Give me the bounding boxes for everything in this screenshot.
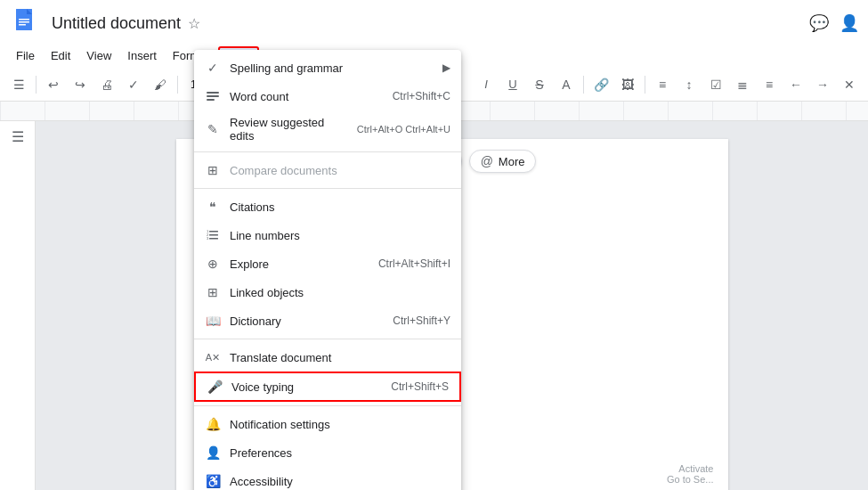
line-numbers-label: Line numbers (230, 229, 450, 242)
menu-citations[interactable]: ❝ Citations (194, 192, 461, 221)
checklist-button[interactable]: ☑ (704, 73, 727, 96)
paint-format-button[interactable]: 🖌 (149, 73, 172, 96)
menu-spelling-grammar[interactable]: ✓ Spelling and grammar ▶ (194, 53, 461, 82)
numbered-list-button[interactable]: ≡ (758, 73, 781, 96)
svg-rect-3 (19, 19, 29, 20)
svg-rect-9 (209, 231, 218, 233)
voice-typing-label: Voice typing (231, 380, 382, 394)
svg-rect-4 (19, 21, 29, 23)
activate-line2: Go to Se... (667, 474, 714, 485)
menu-item-insert[interactable]: Insert (120, 46, 164, 65)
toolbar-sep-4 (583, 76, 584, 94)
toolbar-sep-1 (36, 76, 37, 94)
activate-watermark: Activate Go to Se... (667, 463, 714, 485)
spelling-icon: ✓ (205, 60, 221, 76)
menu-word-count[interactable]: Word count Ctrl+Shift+C (194, 82, 461, 110)
menu-item-file[interactable]: File (9, 46, 42, 65)
explore-shortcut: Ctrl+Alt+Shift+I (378, 257, 450, 270)
print-button[interactable]: 🖨 (95, 73, 118, 96)
menu-voice-typing[interactable]: 🎤 Voice typing Ctrl+Shift+S (194, 372, 461, 402)
explore-icon: ⊕ (205, 256, 221, 272)
linked-objects-icon: ⊞ (205, 284, 221, 300)
title-bar-right: 💬 👤 (809, 13, 859, 33)
toolbar-sep-2 (177, 76, 178, 94)
review-label: Review suggested edits (230, 116, 348, 143)
activate-line1: Activate (667, 463, 714, 474)
menu-dictionary[interactable]: 📖 Dictionary Ctrl+Shift+Y (194, 306, 461, 335)
menu-review-edits[interactable]: ✎ Review suggested edits Ctrl+Alt+O Ctrl… (194, 110, 461, 148)
bullet-list-button[interactable]: ≣ (731, 73, 754, 96)
divider-2 (194, 188, 461, 189)
line-numbers-icon: 123 (205, 227, 221, 243)
review-shortcut: Ctrl+Alt+O Ctrl+Alt+U (357, 124, 450, 135)
title-bar: Untitled document ☆ 💬 👤 (0, 0, 868, 43)
menu-notification-settings[interactable]: 🔔 Notification settings (194, 410, 461, 438)
image-button[interactable]: 🖼 (616, 73, 639, 96)
compare-label: Compare documents (230, 164, 450, 177)
more-chip[interactable]: @ More (469, 150, 537, 173)
notification-icon: 🔔 (205, 416, 221, 432)
line-spacing-button[interactable]: ↕ (677, 73, 701, 96)
underline-button[interactable]: U (501, 73, 524, 96)
undo-button[interactable]: ↩ (42, 73, 65, 96)
menu-linked-objects[interactable]: ⊞ Linked objects (194, 278, 461, 306)
preferences-label: Preferences (230, 446, 450, 460)
svg-rect-6 (207, 92, 219, 94)
star-icon[interactable]: ☆ (188, 15, 200, 32)
compare-icon: ⊞ (205, 162, 221, 178)
dictionary-icon: 📖 (205, 313, 221, 329)
menu-preferences[interactable]: 👤 Preferences (194, 438, 461, 467)
svg-rect-11 (209, 238, 218, 240)
italic-button[interactable]: I (475, 73, 498, 96)
word-count-label: Word count (230, 90, 384, 103)
divider-3 (194, 339, 461, 339)
menu-item-edit[interactable]: Edit (44, 46, 77, 65)
word-count-shortcut: Ctrl+Shift+C (393, 90, 450, 102)
word-count-icon (205, 88, 221, 104)
more-label: More (499, 155, 525, 168)
voice-typing-shortcut: Ctrl+Shift+S (391, 380, 449, 393)
doc-title[interactable]: Untitled document (52, 14, 181, 33)
google-docs-logo (9, 5, 45, 41)
svg-rect-10 (209, 234, 218, 236)
menu-icon-btn[interactable]: ☰ (7, 73, 30, 96)
translate-label: Translate document (230, 351, 450, 364)
svg-rect-7 (207, 95, 219, 97)
citations-label: Citations (230, 200, 450, 214)
svg-rect-5 (19, 24, 26, 26)
sidebar-outline-icon[interactable]: ☰ (12, 128, 24, 145)
divider-4 (194, 405, 461, 406)
spellcheck-button[interactable]: ✓ (122, 73, 145, 96)
spelling-arrow: ▶ (442, 61, 450, 74)
linked-objects-label: Linked objects (230, 286, 450, 299)
explore-label: Explore (230, 257, 369, 271)
citations-icon: ❝ (205, 199, 221, 215)
microphone-icon: 🎤 (207, 379, 223, 395)
menu-item-view[interactable]: View (79, 46, 118, 65)
review-icon: ✎ (205, 121, 221, 137)
account-icon[interactable]: 👤 (840, 13, 859, 33)
toolbar-formatting: I U S A 🔗 🖼 ≡ ↕ ☑ ≣ ≡ ← → ✕ (475, 73, 861, 96)
redo-button[interactable]: ↪ (69, 73, 92, 96)
clear-format-button[interactable]: ✕ (838, 73, 861, 96)
align-button[interactable]: ≡ (651, 73, 674, 96)
notification-settings-label: Notification settings (230, 418, 450, 431)
preferences-icon: 👤 (205, 445, 221, 461)
toolbar-sep-5 (645, 76, 645, 94)
indent-increase-button[interactable]: → (811, 73, 834, 96)
at-icon: @ (481, 154, 493, 168)
indent-decrease-button[interactable]: ← (784, 73, 807, 96)
strikethrough-button[interactable]: S (528, 73, 551, 96)
sidebar: ☰ (0, 121, 36, 490)
divider-1 (194, 151, 461, 152)
menu-explore[interactable]: ⊕ Explore Ctrl+Alt+Shift+I (194, 249, 461, 278)
link-button[interactable]: 🔗 (589, 73, 612, 96)
menu-accessibility[interactable]: ♿ Accessibility (194, 467, 461, 490)
menu-line-numbers[interactable]: 123 Line numbers (194, 221, 461, 249)
chat-icon[interactable]: 💬 (809, 13, 829, 33)
dictionary-shortcut: Ctrl+Shift+Y (393, 314, 450, 327)
highlight-button[interactable]: A (555, 73, 578, 96)
tools-dropdown-menu[interactable]: ✓ Spelling and grammar ▶ Word count Ctrl… (194, 50, 461, 490)
translate-icon: A✕ (205, 349, 221, 365)
menu-translate[interactable]: A✕ Translate document (194, 343, 461, 372)
